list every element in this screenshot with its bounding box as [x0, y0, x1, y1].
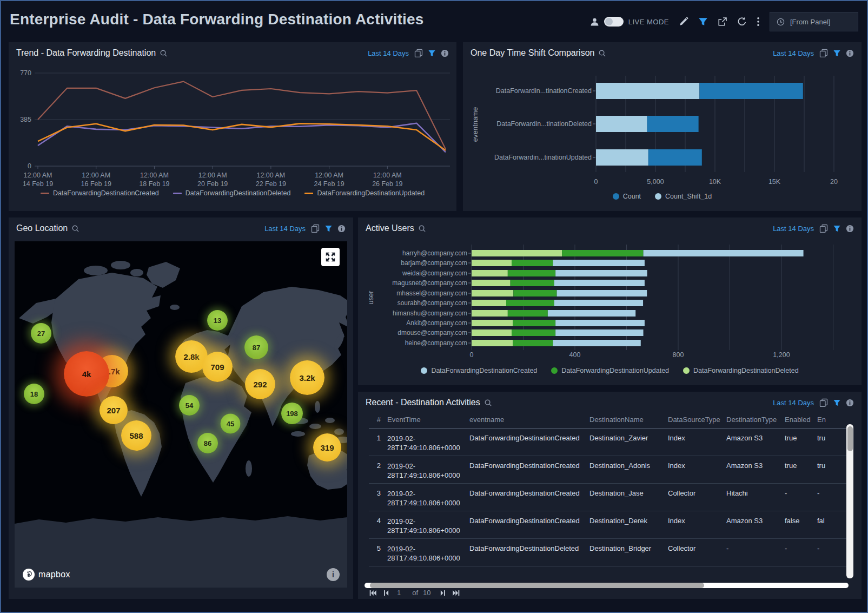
bar-DataForwardingDestinationDeleted[interactable] [472, 320, 513, 326]
map-bubble-198[interactable]: 198 [281, 403, 303, 424]
map-bubble-292[interactable]: 292 [245, 369, 275, 399]
map-bubble-709[interactable]: 709 [202, 352, 233, 382]
table-row[interactable]: 22019-02-28T17:49:10.806+0000DataForward… [369, 456, 847, 484]
bar-DataForwardingDestinationDeleted[interactable] [472, 260, 512, 266]
zoom-panel-icon[interactable] [418, 225, 426, 233]
map-attribution-info-icon[interactable]: i [327, 568, 340, 581]
map-bubble-4k[interactable]: 4k [64, 351, 109, 397]
bar-DataForwardingDestinationUpdated[interactable] [506, 300, 554, 306]
bar-Count[interactable] [647, 116, 699, 132]
map-bubble-86[interactable]: 86 [197, 433, 218, 453]
bar-DataForwardingDestinationCreated[interactable] [644, 250, 804, 256]
copy-icon[interactable] [311, 224, 320, 233]
bar-DataForwardingDestinationDeleted[interactable] [472, 310, 508, 317]
bar-Count[interactable] [699, 83, 803, 99]
bar-DataForwardingDestinationDeleted[interactable] [472, 250, 562, 256]
bar-DataForwardingDestinationCreated[interactable] [553, 260, 645, 266]
legend-item[interactable]: DataForwardingDestinationCreated [421, 367, 537, 374]
live-mode-toggle[interactable] [604, 17, 624, 27]
panel-filter-icon[interactable] [833, 49, 841, 57]
panel-filter-icon[interactable] [324, 225, 333, 233]
bar-Count[interactable] [648, 149, 702, 166]
table-row[interactable]: 12019-02-28T17:49:10.806+0000DataForward… [369, 429, 847, 456]
map-bubble-54[interactable]: 54 [179, 395, 200, 416]
refresh-icon[interactable] [737, 17, 747, 27]
panel-time-range[interactable]: Last 14 Days [773, 225, 814, 233]
map-bubble-87[interactable]: 87 [244, 335, 268, 359]
info-icon[interactable] [846, 399, 854, 407]
mapbox-logo[interactable]: mapbox [22, 568, 70, 581]
next-page-icon[interactable] [439, 589, 447, 597]
edit-pencil-icon[interactable] [679, 17, 688, 27]
bar-DataForwardingDestinationCreated[interactable] [548, 310, 635, 317]
bar-DataForwardingDestinationUpdated[interactable] [512, 329, 555, 336]
map-bubble-27[interactable]: 27 [31, 323, 51, 344]
info-icon[interactable] [337, 225, 346, 233]
bar-DataForwardingDestinationDeleted[interactable] [472, 280, 511, 286]
info-icon[interactable] [846, 49, 854, 57]
bar-DataForwardingDestinationUpdated[interactable] [513, 320, 555, 326]
filter-icon[interactable] [698, 17, 708, 27]
copy-icon[interactable] [819, 224, 828, 233]
bar-DataForwardingDestinationDeleted[interactable] [472, 329, 512, 336]
bar-DataForwardingDestinationDeleted[interactable] [472, 270, 508, 276]
legend-item[interactable]: DataForwardingDestinationDeleted [683, 367, 799, 374]
bar-DataForwardingDestinationUpdated[interactable] [513, 290, 556, 296]
map-expand-button[interactable] [321, 248, 340, 266]
panel-time-range[interactable]: Last 14 Days [368, 49, 409, 57]
legend-item[interactable]: DataForwardingDestinationCreated [41, 189, 159, 197]
bar-DataForwardingDestinationUpdated[interactable] [512, 260, 553, 266]
bar-DataForwardingDestinationUpdated[interactable] [508, 310, 548, 317]
bar-DataForwardingDestinationCreated[interactable] [557, 290, 647, 296]
copy-icon[interactable] [819, 398, 828, 407]
legend-item[interactable]: Count_Shift_1d [655, 193, 712, 200]
legend-item[interactable]: DataForwardingDestinationDeleted [173, 189, 291, 197]
bar-DataForwardingDestinationCreated[interactable] [554, 300, 643, 306]
bar-DataForwardingDestinationUpdated[interactable] [508, 270, 555, 276]
map-bubble-45[interactable]: 45 [221, 414, 241, 434]
bar-DataForwardingDestinationCreated[interactable] [555, 270, 647, 276]
bar-DataForwardingDestinationDeleted[interactable] [472, 290, 513, 296]
panel-filter-icon[interactable] [428, 49, 436, 57]
time-range-picker[interactable]: [From Panel] [770, 12, 858, 31]
bar-DataForwardingDestinationUpdated[interactable] [513, 340, 553, 346]
zoom-panel-icon[interactable] [160, 49, 168, 57]
bar-DataForwardingDestinationCreated[interactable] [553, 340, 640, 346]
bar-DataForwardingDestinationCreated[interactable] [554, 280, 645, 286]
legend-item[interactable]: DataForwardingDestinationUpdated [304, 189, 425, 197]
table-row[interactable]: 52019-02-28T17:49:10.806+0000DataForward… [369, 539, 847, 566]
info-icon[interactable] [441, 49, 449, 57]
panel-filter-icon[interactable] [833, 399, 841, 407]
table-row[interactable]: 42019-02-28T17:49:10.806+0000DataForward… [369, 511, 847, 539]
bar-DataForwardingDestinationUpdated[interactable] [511, 280, 554, 286]
user-icon[interactable] [590, 17, 599, 27]
legend-item[interactable]: DataForwardingDestinationUpdated [551, 367, 669, 374]
bar-Count_Shift_1d[interactable] [596, 149, 648, 166]
panel-filter-icon[interactable] [833, 225, 841, 233]
map-bubble-3.2k[interactable]: 3.2k [290, 360, 324, 395]
bar-DataForwardingDestinationCreated[interactable] [555, 320, 645, 326]
map-bubble-319[interactable]: 319 [313, 433, 341, 462]
bar-Count_Shift_1d[interactable] [596, 83, 699, 99]
prev-page-icon[interactable] [382, 589, 390, 597]
more-menu-icon[interactable] [757, 17, 760, 27]
map-bubble-588[interactable]: 588 [121, 420, 151, 451]
zoom-panel-icon[interactable] [484, 399, 492, 407]
bar-DataForwardingDestinationCreated[interactable] [555, 329, 643, 336]
bar-DataForwardingDestinationDeleted[interactable] [472, 340, 513, 346]
legend-item[interactable]: Count [613, 193, 641, 200]
table-horizontal-scrollbar[interactable] [365, 583, 849, 588]
first-page-icon[interactable] [369, 589, 377, 597]
table-row[interactable]: 32019-02-28T17:49:10.806+0000DataForward… [369, 484, 847, 511]
bar-Count_Shift_1d[interactable] [596, 116, 647, 132]
panel-time-range[interactable]: Last 14 Days [264, 225, 306, 233]
copy-icon[interactable] [414, 49, 423, 57]
bar-DataForwardingDestinationUpdated[interactable] [562, 250, 643, 256]
world-map[interactable]: 2713872.8k7091.7k4k3.2k29218542071984558… [15, 241, 347, 588]
last-page-icon[interactable] [452, 589, 460, 597]
copy-icon[interactable] [819, 49, 828, 57]
panel-time-range[interactable]: Last 14 Days [773, 49, 814, 57]
zoom-panel-icon[interactable] [71, 225, 79, 233]
bar-DataForwardingDestinationDeleted[interactable] [472, 300, 506, 306]
map-bubble-18[interactable]: 18 [24, 384, 44, 404]
